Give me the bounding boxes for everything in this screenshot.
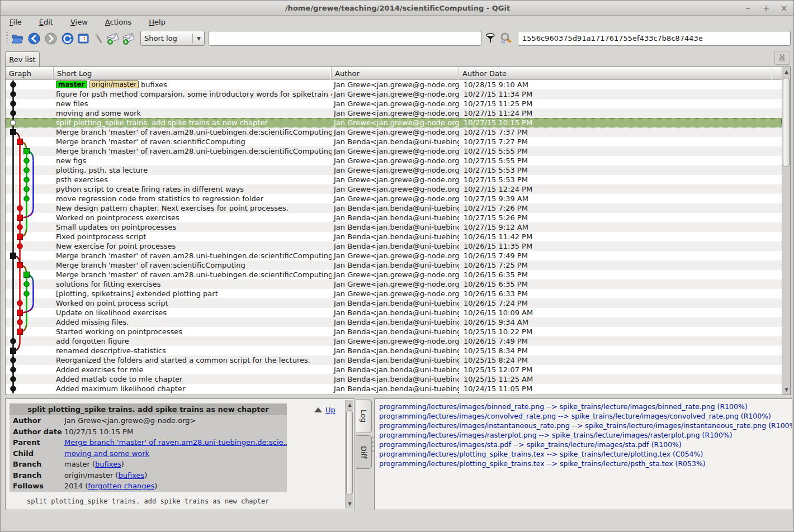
commit-row[interactable]: Added maximum likelihood chapterJan Bend… bbox=[6, 384, 782, 393]
commit-row[interactable]: Fixed pointprocess scriptJan Benda<jan.b… bbox=[6, 232, 782, 241]
tab-diff[interactable]: Diff bbox=[356, 435, 372, 469]
commit-row[interactable]: Merge branch 'master' of raven.am28.uni-… bbox=[6, 127, 782, 137]
commit-row[interactable]: Merge branch 'master' of raven.am28.uni-… bbox=[6, 270, 782, 279]
commit-row[interactable]: new filesJan Grewe<jan.grewe@g-node.org>… bbox=[6, 99, 782, 108]
menu-actions[interactable]: Actions bbox=[104, 17, 133, 27]
up-link[interactable]: Up bbox=[325, 406, 335, 414]
menu-file[interactable]: File bbox=[8, 17, 23, 27]
titlebar[interactable]: /home/grewe/teaching/2014/scientificComp… bbox=[1, 1, 794, 16]
tab-rev-list[interactable]: Rev list bbox=[5, 51, 40, 66]
apply-patch-icon[interactable] bbox=[121, 31, 136, 46]
sha-input[interactable] bbox=[518, 31, 791, 46]
author-date-cell: 10/27/15 11:25 PM bbox=[459, 99, 772, 108]
menu-edit[interactable]: Edit bbox=[38, 17, 54, 27]
graph-cell bbox=[6, 241, 54, 251]
save-patch-icon[interactable] bbox=[106, 31, 121, 46]
file-rename-entry[interactable]: programming/lectures/images/binned_rate.… bbox=[379, 402, 792, 411]
scrollbar-thumb[interactable] bbox=[346, 410, 353, 495]
author-date-cell: 10/27/15 11:24 PM bbox=[459, 108, 772, 118]
open-repository-icon[interactable] bbox=[10, 31, 25, 46]
commit-row[interactable]: New design pattern chapter. Next exercis… bbox=[6, 203, 782, 213]
commit-row[interactable]: python script to create firing rates in … bbox=[6, 184, 782, 194]
commit-row[interactable]: masterorigin/masterbufixesJan Grewe<jan.… bbox=[6, 80, 782, 89]
detail-link[interactable]: bufixes bbox=[95, 460, 121, 468]
graph-cell bbox=[6, 222, 54, 232]
up-button[interactable]: Up bbox=[314, 406, 335, 414]
detach-tab-icon[interactable] bbox=[774, 51, 790, 65]
search-highlight-icon[interactable] bbox=[498, 31, 513, 46]
commit-row[interactable]: psth exercisesJan Grewe<jan.grewe@g-node… bbox=[6, 175, 782, 184]
author-cell: Jan Grewe<jan.grewe@g-node.org> bbox=[332, 118, 459, 127]
author-date-cell: 10/28/15 9:10 AM bbox=[459, 80, 772, 89]
view-mode-icon[interactable] bbox=[75, 31, 91, 46]
commit-row[interactable]: Added missing files.Jan Benda<jan.benda@… bbox=[6, 317, 782, 327]
commit-row[interactable]: [plotting, spiketrains] extended plottin… bbox=[6, 289, 782, 298]
commit-row[interactable]: Added exercises for mleJan Benda<jan.ben… bbox=[6, 365, 782, 374]
scroll-down-icon[interactable]: ▼ bbox=[782, 386, 791, 394]
menu-view[interactable]: View bbox=[69, 17, 89, 27]
commit-row[interactable]: add forgotten figureJan Grewe<jan.grewe@… bbox=[6, 336, 782, 346]
minimize-button[interactable]: – bbox=[743, 3, 753, 13]
close-button[interactable]: × bbox=[779, 3, 789, 13]
commit-row[interactable]: plotting, psth, sta lectureJan Grewe<jan… bbox=[6, 165, 782, 175]
commit-row[interactable]: Update on likelihood exercisesJan Benda<… bbox=[6, 308, 782, 317]
maximize-button[interactable]: + bbox=[761, 3, 771, 13]
search-input[interactable] bbox=[209, 31, 481, 46]
rev-list-scrollbar[interactable]: ▲ ▼ bbox=[782, 67, 790, 395]
file-rename-entry[interactable]: programming/lectures/plotting_spike_trai… bbox=[379, 449, 792, 459]
menu-help[interactable]: Help bbox=[148, 17, 167, 27]
scrollbar-thumb[interactable] bbox=[783, 78, 790, 167]
commit-row[interactable]: moving and some workJan Grewe<jan.grewe@… bbox=[6, 108, 782, 118]
column-header-author-date[interactable]: Author Date bbox=[459, 67, 772, 80]
graph-cell bbox=[6, 308, 54, 317]
scroll-down-icon[interactable]: ▼ bbox=[346, 500, 354, 508]
detail-link[interactable]: bufixes bbox=[118, 471, 144, 479]
detail-link[interactable]: Merge branch 'master' of raven.am28.uni-… bbox=[64, 438, 287, 446]
scroll-up-icon[interactable]: ▲ bbox=[346, 401, 354, 409]
detail-link[interactable]: moving and some work bbox=[64, 449, 149, 458]
commit-row[interactable]: Merge branch 'master' of raven.am28.uni-… bbox=[6, 251, 782, 260]
commit-row[interactable]: Merge branch 'master' of raven.am28.uni-… bbox=[6, 146, 782, 156]
panel-splitter-handle[interactable] bbox=[372, 435, 374, 454]
author-cell: Jan Benda<jan.benda@uni-tuebing... bbox=[332, 308, 459, 317]
short-log-cell: Worked on pointprocess exercises bbox=[54, 213, 332, 222]
short-log-cell: new files bbox=[54, 99, 332, 108]
toolbar-drag-handle[interactable] bbox=[6, 31, 8, 46]
commit-row[interactable]: Worked on pointprocess exercisesJan Bend… bbox=[6, 213, 782, 222]
filter-funnel-icon[interactable] bbox=[483, 31, 498, 46]
forward-icon[interactable] bbox=[43, 31, 58, 46]
column-header-graph[interactable]: Graph bbox=[6, 67, 54, 80]
detail-link[interactable]: forgotten changes bbox=[88, 482, 154, 490]
commit-row[interactable]: New exercise for point processesJan Bend… bbox=[6, 241, 782, 251]
wand-icon[interactable] bbox=[91, 31, 106, 46]
back-icon[interactable] bbox=[26, 31, 41, 46]
commit-row[interactable]: Added matlab code to mle chapterJan Bend… bbox=[6, 374, 782, 384]
commit-row[interactable]: solutions for fitting exercisesJan Grewe… bbox=[6, 279, 782, 289]
commit-row[interactable]: Small updates on pointprocessesJan Benda… bbox=[6, 222, 782, 232]
file-rename-entry[interactable]: programming/lectures/images/rasterplot.p… bbox=[379, 430, 792, 440]
file-rename-entry[interactable]: programming/lectures/images/instantaneou… bbox=[379, 421, 792, 430]
scroll-up-icon[interactable]: ▲ bbox=[782, 68, 791, 76]
commit-row[interactable]: Reorganized the folders and started a co… bbox=[6, 355, 782, 365]
file-rename-entry[interactable]: programming/lectures/images/sta.pdf --> … bbox=[379, 440, 792, 449]
commit-row[interactable]: new figsJan Grewe<jan.grewe@g-node.org>1… bbox=[6, 156, 782, 165]
commit-row[interactable]: figure for psth method comparsion, some … bbox=[6, 89, 782, 99]
tab-log[interactable]: Log bbox=[356, 400, 372, 433]
commit-row[interactable]: Started working on pointprocessesJan Ben… bbox=[6, 327, 782, 336]
author-cell: Jan Grewe<jan.grewe@g-node.org> bbox=[332, 108, 459, 118]
view-mode-combobox[interactable]: Short log ▼ bbox=[140, 31, 205, 46]
file-rename-entry[interactable]: programming/lectures/plotting_spike_trai… bbox=[379, 459, 792, 468]
commit-row-selected[interactable]: split plotting_spike trains. add spike t… bbox=[6, 118, 782, 127]
commit-row[interactable]: Merge branch 'master' of raven:scientifi… bbox=[6, 137, 782, 146]
column-header-short-log[interactable]: Short Log bbox=[54, 67, 332, 80]
author-date-cell: 10/26/15 7:24 PM bbox=[459, 298, 772, 308]
commit-row[interactable]: renamed descriptive-statisticsJan Benda<… bbox=[6, 346, 782, 355]
refresh-icon[interactable] bbox=[60, 31, 75, 46]
commit-row[interactable]: move regression code from statistics to … bbox=[6, 194, 782, 203]
detail-scrollbar[interactable]: ▲ ▼ bbox=[345, 400, 353, 509]
file-rename-entry[interactable]: programming/lectures/images/convolved_ra… bbox=[379, 411, 792, 421]
commit-row[interactable]: Worked on point process scriptJan Benda<… bbox=[6, 298, 782, 308]
commit-row[interactable]: Merge branch 'master' of raven:scientifi… bbox=[6, 260, 782, 270]
graph-cell bbox=[6, 175, 54, 184]
column-header-author[interactable]: Author bbox=[332, 67, 459, 80]
